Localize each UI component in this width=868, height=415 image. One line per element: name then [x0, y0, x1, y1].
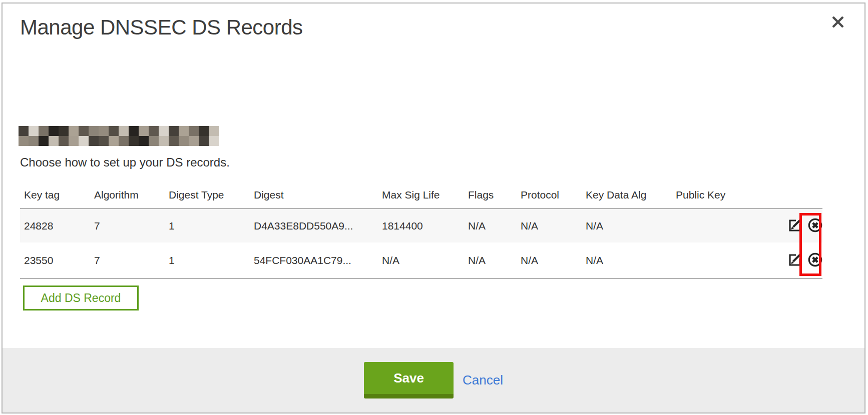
edit-pencil-square-icon [787, 260, 801, 268]
ds-records-table-wrap: Key tag Algorithm Digest Type Digest Max… [20, 185, 822, 279]
cell-key-tag: 24828 [20, 208, 90, 242]
cell-max-sig-life: 1814400 [378, 208, 464, 242]
col-actions [783, 185, 822, 208]
col-key-tag: Key tag [20, 185, 90, 208]
cell-digest-type: 1 [165, 208, 250, 242]
delete-record-button[interactable] [807, 218, 822, 234]
cell-digest: 54FCF030AA1C79... [250, 242, 378, 278]
circled-x-delete-icon [807, 227, 822, 234]
col-max-sig-life: Max Sig Life [378, 185, 464, 208]
cell-max-sig-life: N/A [378, 242, 464, 278]
cell-public-key [672, 242, 783, 278]
redacted-domain-name [19, 126, 219, 146]
cell-algorithm: 7 [90, 242, 165, 278]
col-key-data-alg: Key Data Alg [582, 185, 672, 208]
cell-key-tag: 23550 [20, 242, 90, 278]
cell-digest: D4A33E8DD550A9... [250, 208, 378, 242]
col-digest: Digest [250, 185, 378, 208]
table-row: 23550 7 1 54FCF030AA1C79... N/A N/A N/A … [20, 242, 822, 278]
ds-records-table: Key tag Algorithm Digest Type Digest Max… [20, 185, 822, 279]
add-ds-record-button[interactable]: Add DS Record [23, 286, 139, 310]
col-protocol: Protocol [517, 185, 582, 208]
edit-pencil-square-icon [787, 226, 801, 234]
cell-algorithm: 7 [90, 208, 165, 242]
circled-x-delete-icon [807, 262, 822, 269]
cell-flags: N/A [464, 208, 517, 242]
cell-protocol: N/A [517, 242, 582, 278]
col-public-key: Public Key [672, 185, 783, 208]
edit-record-button[interactable] [787, 218, 801, 234]
modal-footer: Save Cancel [3, 348, 864, 412]
cell-key-data-alg: N/A [582, 208, 672, 242]
page-title: Manage DNSSEC DS Records [20, 16, 303, 40]
col-algorithm: Algorithm [90, 185, 165, 208]
dnssec-modal: Manage DNSSEC DS Records Choose how to s… [2, 2, 865, 414]
cell-protocol: N/A [517, 208, 582, 242]
col-flags: Flags [464, 185, 517, 208]
cell-key-data-alg: N/A [582, 242, 672, 278]
cell-public-key [672, 208, 783, 242]
close-button[interactable] [829, 14, 846, 30]
table-row: 24828 7 1 D4A33E8DD550A9... 1814400 N/A … [20, 208, 822, 242]
save-button[interactable]: Save [364, 362, 454, 398]
instruction-text: Choose how to set up your DS records. [20, 156, 230, 170]
table-header-row: Key tag Algorithm Digest Type Digest Max… [20, 185, 822, 208]
delete-record-button[interactable] [807, 252, 822, 269]
cell-digest-type: 1 [165, 242, 250, 278]
close-icon [831, 22, 844, 30]
edit-record-button[interactable] [787, 252, 801, 268]
cancel-link[interactable]: Cancel [463, 372, 503, 388]
col-digest-type: Digest Type [165, 185, 250, 208]
cell-flags: N/A [464, 242, 517, 278]
